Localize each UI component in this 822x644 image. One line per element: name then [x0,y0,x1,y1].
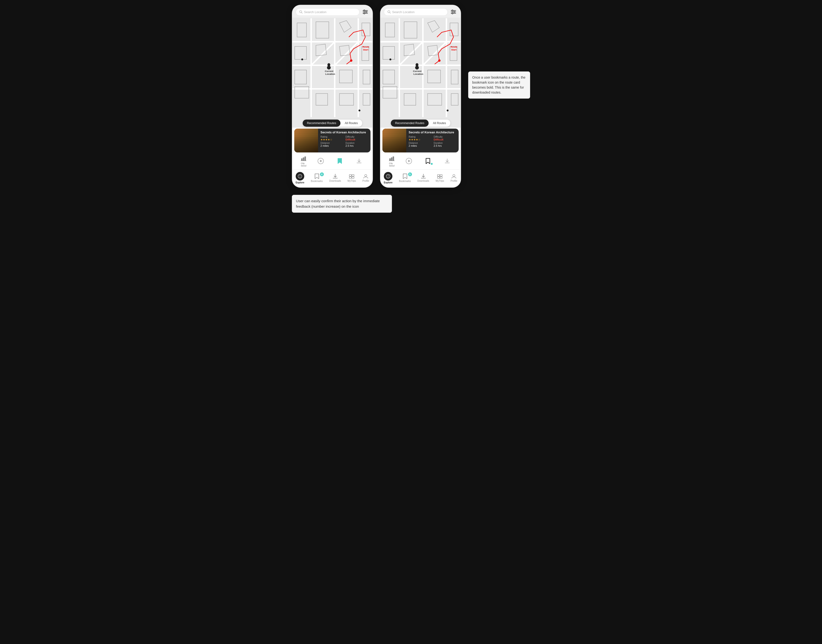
building-img-right [383,129,406,152]
search-input-right[interactable]: Search Location [384,8,448,16]
svg-rect-55 [352,175,354,176]
svg-point-93 [416,63,418,66]
svg-point-98 [390,58,392,60]
nav-label-bookmarks-left: Bookmarks [311,180,323,182]
nav-label-mytrips-right: MyTrips [436,179,444,182]
nav-mytrips-left[interactable]: MyTrips [346,173,358,182]
svg-point-39 [301,58,303,60]
svg-text:Current: Current [413,70,421,72]
svg-rect-56 [349,177,352,178]
annotation-bottom-text: User can easily confirm their action by … [296,199,380,209]
route-toggle-container-right: Recommended Routes All Routes [381,118,461,128]
route-toggle-right: Recommended Routes All Routes [391,120,450,127]
download-icon-left [355,158,363,164]
svg-point-91 [438,59,441,62]
svg-rect-41 [301,158,303,161]
annotation-right: Once a user bookmarks a route, the bookm… [468,71,530,99]
svg-point-64 [454,11,455,12]
download-btn-right[interactable] [442,156,453,166]
nav-downloads-left[interactable]: Downloads [327,173,343,182]
download-svg-left [356,158,362,164]
phone-right: Search Location [380,5,461,188]
svg-text:Current: Current [325,70,333,72]
distance-value-left: 2 miles [320,144,343,147]
svg-rect-57 [352,177,354,178]
rating-stars-left: ★★★★☆ [320,138,343,141]
all-routes-btn-right[interactable]: All Routes [429,120,450,127]
nav-bookmarks-left[interactable]: 4 Bookmarks [309,173,325,183]
bookmark-icon-left [336,158,343,164]
svg-text:Start: Start [451,48,456,51]
mytrips-nav-svg-right [437,173,443,179]
route-card-left: Secrets of Korean Architecture Rating ★★… [294,129,370,152]
map-svg-right: Current Location Route Start [381,18,461,118]
distance-value-right: 2 miles [409,144,431,147]
all-routes-btn-left[interactable]: All Routes [341,120,362,127]
nav-explore-left[interactable]: Explore [294,172,306,184]
play-btn-right[interactable] [403,156,414,166]
filter-icon-right[interactable] [450,8,457,16]
play-btn-left[interactable] [315,156,326,166]
search-placeholder-left: Search Location [304,10,326,14]
duration-label-right: Duration [434,142,456,144]
search-placeholder-right: Search Location [392,10,415,14]
difficulty-value-left: Difficult [346,138,368,141]
recommended-routes-btn-left[interactable]: Recommended Routes [303,120,341,127]
map-area-right: Current Location Route Start [381,18,461,118]
play-svg-left [317,158,324,164]
distance-label-left: Distance [320,142,343,144]
nav-mytrips-right[interactable]: MyTrips [434,173,446,182]
svg-marker-51 [300,176,300,178]
svg-rect-102 [393,156,394,161]
svg-rect-54 [349,175,352,176]
search-input-left[interactable]: Search Location [296,8,360,16]
route-card-stats-right: Rating ★★★★☆ Difficulty Difficult Distan… [409,135,456,147]
route-toggle-container-left: Recommended Routes All Routes [292,118,372,128]
mytrips-nav-svg-left [349,173,355,179]
city-label-left: CitySeoul [301,162,306,167]
nav-label-bookmarks-right: Bookmarks [399,180,411,182]
city-svg-left [300,155,307,162]
difficulty-label-right: Difficulty [434,135,456,138]
duration-value-right: 2.5 hrs [434,144,456,147]
svg-rect-101 [391,158,392,161]
compass-svg-right [386,174,390,179]
route-card-image-left [294,129,318,152]
svg-rect-115 [438,177,439,178]
compass-svg-left [298,174,302,179]
nav-profile-right[interactable]: Profile [449,173,459,182]
svg-rect-114 [440,175,442,176]
route-toggle-left: Recommended Routes All Routes [303,120,362,127]
route-card-stats-left: Rating ★★★★☆ Difficulty Difficult Distan… [320,135,368,147]
svg-marker-110 [388,176,389,178]
bookmark-btn-right[interactable] [423,156,433,166]
rating-label-left: Rating [320,135,343,138]
profile-nav-svg-left [363,173,368,179]
nav-bookmarks-right[interactable]: 5 Bookmarks [397,173,413,183]
bookmark-nav-svg-right [403,173,408,179]
download-nav-svg-left [333,173,338,179]
city-label-right: CitySeoul [389,162,395,167]
bookmark-btn-left[interactable] [334,156,345,166]
svg-text:Route: Route [363,46,369,48]
nav-profile-left[interactable]: Profile [361,173,371,182]
svg-text:Route: Route [450,46,457,48]
nav-downloads-right[interactable]: Downloads [416,173,431,182]
nav-explore-right[interactable]: Explore [382,172,395,184]
bookmarks-badge-right: 5 [408,172,412,176]
recommended-routes-btn-right[interactable]: Recommended Routes [391,120,429,127]
city-icon-left: CitySeoul [300,155,307,167]
search-icon-right [387,10,391,14]
svg-marker-109 [388,175,389,176]
search-icon-left [299,10,303,14]
nav-label-explore-right: Explore [384,181,393,184]
rating-stars-right: ★★★★☆ [409,138,431,141]
filter-icon-left[interactable] [361,8,369,16]
svg-rect-42 [303,158,304,161]
download-btn-left[interactable] [353,156,364,166]
svg-point-117 [453,175,455,177]
route-card-right: Secrets of Korean Architecture Rating ★★… [383,129,459,152]
route-card-image-right [383,129,406,152]
svg-rect-100 [389,158,391,161]
svg-line-1 [302,12,303,14]
